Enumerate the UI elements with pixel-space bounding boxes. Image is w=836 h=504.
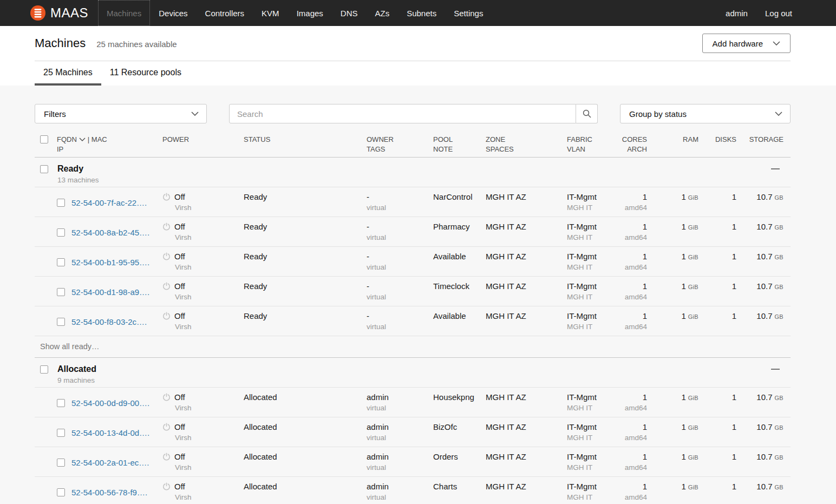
nav-item-controllers[interactable]: Controllers [197,0,253,26]
collapse-group-icon[interactable] [771,369,780,370]
nav-item-devices[interactable]: Devices [150,0,196,26]
row-checkbox[interactable] [57,228,65,237]
machine-fqdn-link[interactable]: 52-54-00-f8-03-2c…. [71,317,147,326]
nav-item-kvm[interactable]: KVM [253,0,288,26]
machine-fqdn-link[interactable]: 52-54-00-56-78-f9…. [71,488,147,497]
machine-zone: MGH IT AZ [486,282,567,303]
machine-storage: 10.7 [756,392,772,402]
machine-fabric: IT-Mgmt [567,392,621,402]
machine-fqdn-link[interactable]: 52-54-00-0d-d9-00…. [71,398,149,408]
power-icon [162,252,171,260]
machine-storage: 10.7 [756,222,772,231]
machine-pool: BizOfc [433,422,486,443]
row-checkbox[interactable] [57,429,65,437]
row-checkbox[interactable] [57,399,65,407]
machine-pool: NarControl [433,192,486,213]
machine-owner: admin [367,422,433,431]
machine-tags: virtual [367,404,433,412]
group-checkbox[interactable] [40,365,48,374]
machine-status: Allocated [244,452,367,473]
row-checkbox[interactable] [57,288,65,296]
maas-logo-icon [30,5,45,21]
machine-zone: MGH IT AZ [486,192,567,213]
machine-vlan: MGH IT [567,323,621,331]
maas-logo[interactable]: MAAS [30,0,88,26]
group-name: Allocated [57,364,96,374]
nav-item-images[interactable]: Images [288,0,332,26]
machine-tags: virtual [367,434,433,442]
show-all-link[interactable]: Show all ready… [35,336,791,358]
nav-item-settings[interactable]: Settings [445,0,492,26]
machine-ram: 1 [681,452,685,461]
machine-ram: 1 [681,282,685,291]
select-all-checkbox[interactable] [40,135,48,143]
machine-vlan: MGH IT [567,263,621,271]
group-by-dropdown[interactable]: Group by status [620,104,791,123]
row-checkbox[interactable] [57,258,65,266]
nav-item-machines[interactable]: Machines [98,0,150,26]
nav-item-dns[interactable]: DNS [332,0,367,26]
machine-status: Allocated [244,422,367,443]
machine-zone: MGH IT AZ [486,311,567,332]
column-fabric: FABRIC VLAN [567,135,621,153]
nav-item-admin[interactable]: admin [717,0,756,26]
machine-fqdn-link[interactable]: 52-54-00-7f-ac-22…. [71,198,147,207]
machine-fqdn-link[interactable]: 52-54-00-2a-01-ec…. [71,458,149,467]
machine-status: Ready [244,311,367,332]
nav-item-azs[interactable]: AZs [367,0,399,26]
column-storage: STORAGE [736,135,791,153]
machine-fqdn-link[interactable]: 52-54-00-13-4d-0d…. [71,428,149,437]
machine-owner: admin [367,392,433,402]
machine-arch: amd64 [621,434,647,442]
machine-storage: 10.7 [756,452,772,461]
machine-disks: 1 [698,192,736,213]
brand-name: MAAS [50,5,88,21]
power-state: Off [174,282,185,291]
machine-storage: 10.7 [756,311,772,320]
machine-cores: 1 [621,422,647,431]
group-checkbox[interactable] [40,165,48,173]
search-input[interactable] [229,104,576,123]
machine-cores: 1 [621,482,647,491]
machine-status: Ready [244,282,367,303]
nav-item-subnets[interactable]: Subnets [398,0,445,26]
machine-fqdn-link[interactable]: 52-54-00-8a-b2-45…. [71,228,149,237]
page-title: Machines [35,36,86,50]
machine-disks: 1 [698,311,736,332]
logout-link[interactable]: Log out [756,0,801,26]
machine-vlan: MGH IT [567,434,621,442]
machine-fqdn-link[interactable]: 52-54-00-b1-95-95…. [71,258,149,267]
machine-fabric: IT-Mgmt [567,252,621,261]
machine-fqdn-link[interactable]: 52-54-00-d1-98-a9…. [71,287,149,297]
filters-dropdown[interactable]: Filters [35,104,207,123]
machine-fabric: IT-Mgmt [567,482,621,491]
power-type: Virsh [175,493,244,501]
search-button[interactable] [576,104,598,123]
machine-vlan: MGH IT [567,463,621,472]
machine-disks: 1 [698,392,736,414]
machine-storage: 10.7 [756,192,772,201]
power-type: Virsh [175,463,244,472]
tab-resource-pools[interactable]: 11 Resource pools [101,61,190,86]
sort-chevron-icon [79,138,86,141]
machine-arch: amd64 [621,263,647,271]
row-checkbox[interactable] [57,318,65,326]
group-header: Allocated 9 machines [35,358,791,388]
tab-machines[interactable]: 25 Machines [35,61,101,86]
collapse-group-icon[interactable] [771,168,780,169]
machine-fabric: IT-Mgmt [567,311,621,320]
machine-tags: virtual [367,493,433,501]
row-checkbox[interactable] [57,488,65,496]
sort-by-fqdn[interactable]: FQDN [57,135,77,143]
power-icon [162,423,171,431]
add-hardware-button[interactable]: Add hardware [702,34,791,53]
power-type: Virsh [175,263,244,271]
machine-storage: 10.7 [756,422,772,431]
machine-storage: 10.7 [756,482,772,491]
row-checkbox[interactable] [57,459,65,467]
top-nav: MAAS Machines Devices Controllers KVM Im… [0,0,836,26]
row-checkbox[interactable] [57,199,65,207]
machine-cores: 1 [621,282,647,291]
machine-disks: 1 [698,222,736,243]
power-icon [162,282,171,290]
